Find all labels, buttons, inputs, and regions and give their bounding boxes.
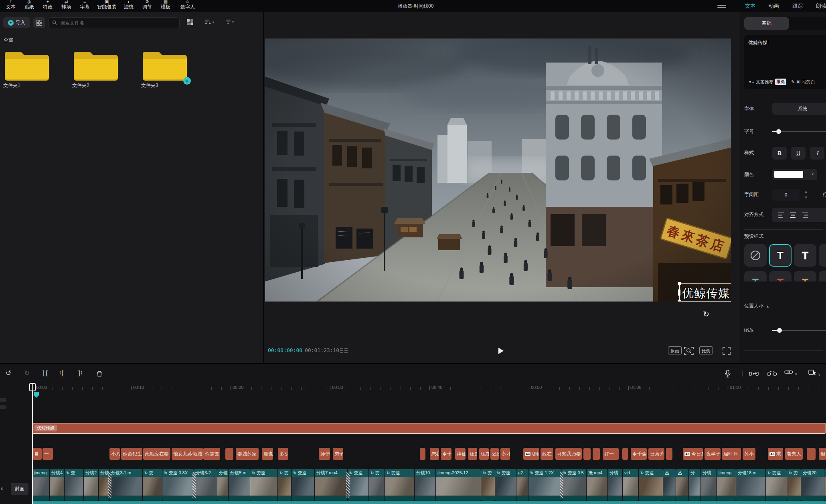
handle-bottom-left[interactable] <box>678 300 681 302</box>
video-clip[interactable]: ↻变速 0.8X <box>162 469 194 501</box>
filter-icon[interactable]: ∨ <box>225 19 234 24</box>
overlay-text[interactable]: 优鲸传媒 <box>682 285 730 302</box>
subtitle-clip[interactable]: 恕我 <box>430 448 439 460</box>
preset-style-5[interactable]: T <box>769 271 792 281</box>
align-center-icon[interactable] <box>790 213 796 218</box>
video-clip[interactable]: ↻变速 1.2X <box>528 469 561 501</box>
subtitle-clip[interactable]: Aa哪怕 <box>523 448 539 460</box>
video-clip[interactable]: jimeng <box>32 469 49 501</box>
ratio-button[interactable]: 比例 <box>699 346 713 354</box>
transition-marker[interactable] <box>108 472 111 498</box>
tab-basic[interactable]: 基础 <box>744 17 789 30</box>
video-clip[interactable]: jimeng-2025-12 <box>436 469 481 501</box>
delete-icon[interactable] <box>96 370 103 377</box>
handle-left[interactable] <box>678 289 680 296</box>
redo-icon[interactable]: ↻ <box>24 369 30 378</box>
auto-ripple-icon[interactable] <box>749 371 759 376</box>
subtitle-clip[interactable]: 小八 <box>109 448 120 460</box>
position-size-label[interactable]: 位置大小▲ <box>744 303 769 310</box>
video-clip[interactable]: ↻变速 <box>824 469 826 501</box>
video-clip[interactable]: ↻变 <box>369 469 385 501</box>
color-picker[interactable]: ∨ <box>772 169 817 180</box>
subtitle-clip[interactable]: 多少 <box>278 448 288 460</box>
video-clip[interactable]: 抵.mp4 <box>587 469 607 501</box>
text-track-selected[interactable]: 优鲸传媒 <box>32 423 826 434</box>
video-clip[interactable]: ↻变速 <box>766 469 787 501</box>
video-clip[interactable]: ↻变速 <box>639 469 663 501</box>
font-select[interactable]: 系统 <box>772 103 826 115</box>
subtitle-clip[interactable]: 他女儿苏倾城 <box>172 448 203 460</box>
menu-tab-7[interactable]: ◐滤镜 <box>119 0 138 11</box>
split-right-icon[interactable]: ]⁞ <box>77 369 82 378</box>
video-clip[interactable]: 分镜4 <box>50 469 64 501</box>
video-clip[interactable]: 分 <box>689 469 700 501</box>
letter-spacing-input[interactable]: 0 <box>772 189 800 201</box>
subtitle-clip[interactable]: 神仙 <box>455 448 466 460</box>
split-left-icon[interactable]: ⁞[ <box>59 369 64 378</box>
preset-none[interactable] <box>744 244 767 267</box>
subtitle-clip[interactable]: 可知我乃奉 <box>555 448 582 460</box>
video-clip[interactable]: ↻变 <box>787 469 801 501</box>
subtitle-clip[interactable]: 此劫应在奉 <box>143 448 170 460</box>
preset-style-7[interactable]: T <box>819 271 826 281</box>
video-clip[interactable]: 分镜5.m <box>229 469 250 501</box>
rotate-handle-icon[interactable]: ↻ <box>702 310 711 319</box>
align-right-icon[interactable] <box>802 213 808 218</box>
video-clip[interactable]: 分镜3-2 <box>194 469 217 501</box>
menu-tab-10[interactable]: ☺数字人 <box>175 0 200 11</box>
link-icon[interactable]: ∨ <box>784 369 798 377</box>
video-clip[interactable]: 分镜 <box>701 469 717 501</box>
transition-marker[interactable] <box>346 472 350 498</box>
undo-icon[interactable]: ↺ <box>6 369 11 378</box>
play-button[interactable] <box>496 346 505 356</box>
timeline-ruler[interactable]: 00:00| 00:10| 00:20| 00:30| 00:40| 00:50… <box>0 384 826 395</box>
preset-style-3[interactable]: T <box>819 244 826 267</box>
menu-tab-3[interactable]: ✦特效 <box>38 0 57 11</box>
italic-button[interactable]: I <box>810 147 824 160</box>
subtitle-clip[interactable]: Aa今日是 <box>683 448 703 460</box>
subtitle-clip[interactable] <box>807 448 816 460</box>
video-clip[interactable]: jimeng <box>717 469 736 501</box>
inspector-tab-3[interactable]: 跟踪 <box>792 2 803 10</box>
video-clip[interactable]: 分镜 <box>608 469 622 501</box>
subtitle-clip[interactable]: 令千金 <box>631 448 647 460</box>
video-clip[interactable]: 分镜10 <box>415 469 435 501</box>
subtitle-clip[interactable] <box>583 448 591 460</box>
video-clip[interactable]: ↻变速 <box>250 469 277 501</box>
video-clip[interactable]: 丛 <box>676 469 688 501</box>
subtitle-clip[interactable]: 苏小 <box>500 448 510 460</box>
subtitle-clip[interactable]: 令千 <box>441 448 451 460</box>
timeline-marker-flag[interactable] <box>34 392 39 398</box>
subtitle-clip[interactable] <box>666 448 672 460</box>
underline-button[interactable]: U <box>791 147 806 160</box>
video-clip[interactable]: ↻变速 0.5 <box>561 469 586 501</box>
preset-style-2[interactable]: T <box>794 244 816 267</box>
video-clip[interactable]: ↻变 <box>481 469 495 501</box>
video-clip[interactable]: 分镜 <box>217 469 228 501</box>
inspector-tab-2[interactable]: 动画 <box>769 2 779 10</box>
subtitle-clip[interactable]: 日落芳 <box>648 448 664 460</box>
menu-tab-1[interactable]: T文本 <box>2 0 20 11</box>
menu-tab-6[interactable]: ▣智能包装 <box>94 0 119 11</box>
import-button[interactable]: + 导入 <box>3 17 30 28</box>
subtitle-clip[interactable]: ≣ <box>33 448 42 460</box>
video-clip[interactable]: 分镜2 <box>84 469 98 501</box>
video-clip[interactable]: 丛 <box>663 469 676 501</box>
subtitle-clip[interactable] <box>420 448 425 460</box>
video-clip[interactable]: 分镜20. <box>801 469 824 501</box>
preview-zoom-icon[interactable] <box>684 346 694 355</box>
subtitle-clip[interactable]: 那也 <box>262 448 273 460</box>
subtitle-clip[interactable]: 还没 <box>490 448 499 460</box>
subtitle-clip[interactable]: 师傅 <box>319 448 330 460</box>
video-clip[interactable]: 分镜18.m <box>736 469 765 501</box>
subtitle-clip[interactable]: 但 <box>819 448 826 460</box>
view-mode-icon[interactable] <box>187 19 193 25</box>
playhead-handle[interactable] <box>29 383 36 391</box>
subtitle-clip[interactable] <box>593 448 600 460</box>
video-clip[interactable]: ↻变 <box>278 469 291 501</box>
subtitle-clip[interactable]: 奉城苏家 <box>236 448 259 460</box>
subtitle-clip[interactable]: Aa求 <box>768 448 783 460</box>
sort-icon[interactable]: ∨ <box>205 19 215 24</box>
subtitle-clip[interactable]: 老夫人 <box>785 448 803 460</box>
font-size-slider[interactable] <box>772 131 826 132</box>
